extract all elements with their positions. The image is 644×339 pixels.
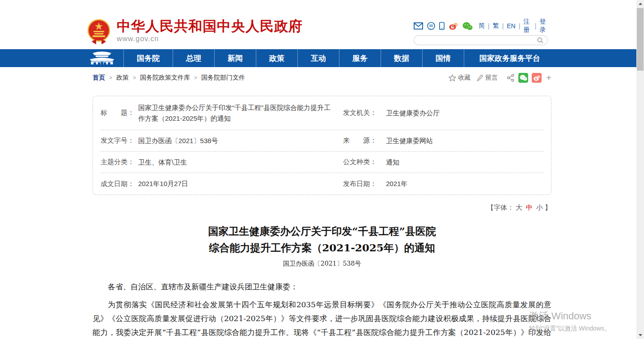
lang-traditional-link[interactable]: 繁 — [493, 22, 499, 30]
meta-value: 卫生健康委办公厅 — [386, 108, 543, 119]
register-link[interactable]: 注册 — [523, 18, 531, 34]
font-size-label: 字体： — [494, 203, 514, 211]
article-title: 国家卫生健康委办公厅关于印发“千县工程”县医院 综合能力提升工作方案（2021-… — [93, 223, 551, 256]
tiananmen-icon — [88, 50, 116, 66]
arrow-down-icon — [639, 334, 642, 336]
search-box — [414, 35, 548, 45]
weibo-icon[interactable] — [449, 22, 458, 30]
breadcrumb-policy-library[interactable]: 国务院政策文件库 — [140, 74, 190, 82]
meta-value: 2021年10月27日 — [138, 178, 343, 189]
meta-value: 国卫办医函〔2021〕538号 — [138, 136, 343, 146]
scrollbar-thumb[interactable] — [637, 8, 644, 71]
meta-value: 国家卫生健康委办公厅关于印发“千县工程”县医院综合能力提升工作方案（2021-2… — [138, 102, 343, 124]
mail-icon[interactable] — [414, 22, 423, 30]
document-number: 国卫办医函〔2021〕538号 — [93, 260, 551, 268]
separator: > — [194, 75, 197, 81]
breadcrumb: 首页 > 政策 > 国务院政策文件库 > 国务院部门文件 — [93, 74, 245, 82]
comment-label: 留言 — [485, 74, 498, 82]
site-header: 中华人民共和国中央人民政府 www.gov.cn — [0, 0, 644, 49]
meta-row-title: 标 题： 国家卫生健康委办公厅关于印发“千县工程”县医院综合能力提升工作方案（2… — [101, 96, 543, 130]
nav-item-data[interactable]: 数据 — [381, 49, 422, 67]
meta-label: 成文日期： — [101, 180, 138, 188]
vertical-scrollbar[interactable] — [636, 0, 644, 339]
font-size-large-button[interactable]: 大 — [516, 203, 522, 211]
meta-value: 卫生健康委网站 — [386, 136, 543, 146]
breadcrumb-dept-documents[interactable]: 国务院部门文件 — [201, 74, 245, 82]
scroll-up-button[interactable] — [636, 0, 644, 8]
page-tools: 收藏 留言 + — [449, 73, 551, 83]
meta-label: 主题分类： — [101, 158, 138, 166]
separator: | — [502, 22, 504, 30]
main-nav: 国务院 总理 新闻 政策 互动 服务 数据 国情 国家政务服务平台 — [0, 49, 644, 67]
favorite-label: 收藏 — [458, 74, 470, 82]
nav-item-news[interactable]: 新闻 — [214, 49, 256, 67]
nav-item-premier[interactable]: 总理 — [173, 49, 214, 67]
pencil-icon — [477, 74, 483, 81]
meta-value: 卫生、体育\卫生 — [138, 157, 343, 168]
separator: > — [109, 75, 112, 81]
comment-button[interactable]: 留言 — [477, 74, 498, 82]
more-share-button[interactable]: + — [546, 73, 551, 82]
nav-item-services[interactable]: 服务 — [339, 49, 381, 67]
header-quick-links: 简 | 繁 | EN | 注册 | 登录 — [414, 21, 548, 31]
separator: | — [519, 22, 521, 30]
article-title-line2: 综合能力提升工作方案（2021-2025年）的通知 — [93, 239, 551, 256]
site-title: 中华人民共和国中央人民政府 — [117, 19, 303, 34]
meta-value: 通知 — [386, 157, 543, 168]
bracket: 】 — [545, 203, 551, 211]
nav-item-state-council[interactable]: 国务院 — [123, 49, 173, 67]
article: 国家卫生健康委办公厅关于印发“千县工程”县医院 综合能力提升工作方案（2021-… — [93, 223, 551, 339]
bracket: 【 — [487, 203, 494, 211]
meta-label: 发文机关： — [343, 109, 386, 117]
separator: | — [535, 22, 537, 30]
page: 中华人民共和国中央人民政府 www.gov.cn — [0, 0, 644, 339]
site-logo[interactable]: 中华人民共和国中央人民政府 www.gov.cn — [87, 19, 303, 47]
share-icon — [507, 74, 515, 82]
breadcrumb-policy[interactable]: 政策 — [116, 74, 129, 82]
site-url: www.gov.cn — [117, 35, 303, 43]
wechat-icon[interactable] — [462, 22, 473, 30]
document-meta-table: 标 题： 国家卫生健康委办公厅关于印发“千县工程”县医院综合能力提升工作方案（2… — [93, 96, 551, 195]
national-emblem-icon — [87, 19, 110, 47]
meta-row-category: 主题分类： 卫生、体育\卫生 公文种类： 通知 — [101, 152, 543, 173]
nav-item-policy[interactable]: 政策 — [256, 49, 297, 67]
search-icon[interactable] — [537, 37, 544, 44]
mobile-icon[interactable] — [439, 22, 445, 30]
meta-label: 发文字号： — [101, 136, 138, 145]
meta-label: 发布日期： — [343, 180, 386, 188]
login-link[interactable]: 登录 — [540, 18, 548, 34]
wechat-share-icon[interactable] — [518, 73, 528, 83]
nav-item-national[interactable]: 国情 — [422, 49, 464, 67]
scroll-down-button[interactable] — [636, 331, 644, 339]
meta-label: 来 源： — [343, 136, 386, 145]
article-paragraph: 为贯彻落实《国民经济和社会发展第十四个五年规划和2035年远景目标纲要》《国务院… — [93, 298, 551, 339]
meta-label: 标 题： — [101, 109, 138, 117]
meta-row-date: 成文日期： 2021年10月27日 发布日期： 2021年 — [101, 173, 543, 195]
meta-label: 公文种类： — [343, 158, 386, 166]
arrow-up-icon — [639, 3, 642, 5]
share-button[interactable] — [507, 74, 515, 82]
separator: | — [488, 22, 490, 30]
article-body: 各省、自治区、直辖市及新疆生产建设兵团卫生健康委： 为贯彻落实《国民经济和社会发… — [93, 280, 551, 339]
font-size-small-button[interactable]: 小 — [536, 203, 543, 211]
meta-value: 2021年 — [386, 178, 543, 189]
message-icon[interactable] — [427, 22, 435, 30]
nav-item-gov-service-platform[interactable]: 国家政务服务平台 — [464, 49, 555, 67]
favorite-button[interactable]: 收藏 — [449, 74, 470, 82]
nav-home-item[interactable] — [80, 49, 123, 67]
article-salutation: 各省、自治区、直辖市及新疆生产建设兵团卫生健康委： — [93, 280, 551, 294]
search-input[interactable] — [419, 36, 537, 44]
lang-simplified-link[interactable]: 简 — [479, 22, 485, 30]
meta-row-number: 发文字号： 国卫办医函〔2021〕538号 来 源： 卫生健康委网站 — [101, 130, 543, 152]
weibo-share-icon[interactable] — [532, 73, 542, 83]
lang-english-link[interactable]: EN — [507, 22, 515, 30]
font-size-selector: 【字体：大中小】 — [93, 203, 551, 212]
article-title-line1: 国家卫生健康委办公厅关于印发“千县工程”县医院 — [93, 223, 551, 239]
star-icon — [449, 74, 456, 81]
breadcrumb-home[interactable]: 首页 — [93, 74, 105, 82]
font-size-medium-button[interactable]: 中 — [526, 203, 533, 211]
nav-item-interact[interactable]: 互动 — [297, 49, 339, 67]
separator: > — [133, 75, 136, 81]
